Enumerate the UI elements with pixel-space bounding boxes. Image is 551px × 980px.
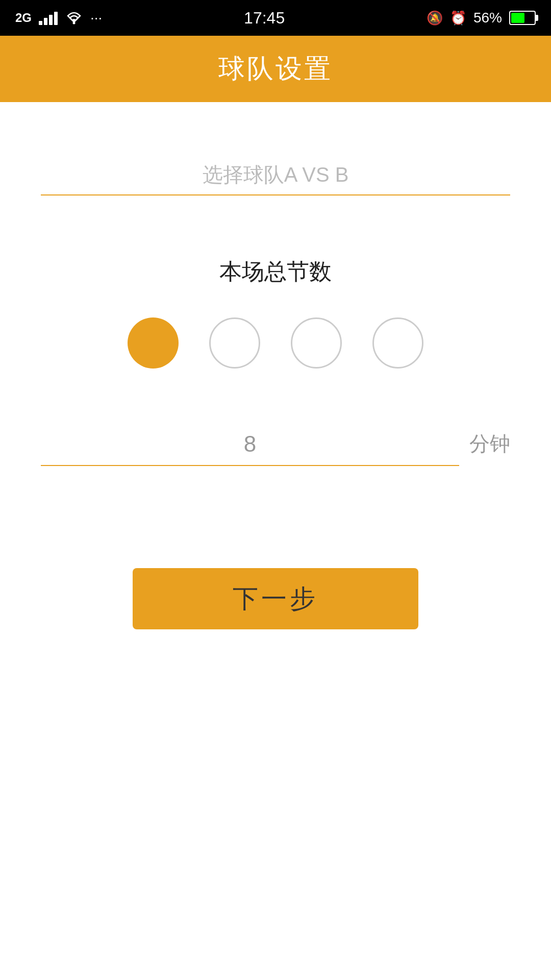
minutes-input[interactable] — [41, 431, 459, 466]
minutes-section: 分钟 — [41, 430, 510, 466]
page-title: 球队设置 — [218, 51, 333, 87]
svg-point-0 — [73, 22, 76, 24]
alarm-icon: 🔕 — [427, 10, 443, 26]
battery-icon — [509, 11, 536, 25]
team-select-wrapper — [41, 163, 510, 195]
network-type: 2G — [15, 11, 32, 25]
status-bar-time: 17:45 — [244, 9, 285, 28]
signal-icon — [39, 11, 58, 25]
quarters-section: 本场总节数 — [41, 257, 510, 369]
radio-option-2[interactable] — [209, 317, 260, 369]
dots-icon: ··· — [90, 10, 102, 26]
minutes-unit-label: 分钟 — [469, 430, 510, 466]
app-header: 球队设置 — [0, 36, 551, 102]
minutes-input-wrapper — [41, 431, 459, 466]
quarters-title: 本场总节数 — [41, 257, 510, 287]
clock-icon: ⏰ — [450, 10, 466, 26]
next-button[interactable]: 下一步 — [133, 568, 418, 629]
main-content: 本场总节数 分钟 下一步 — [0, 102, 551, 629]
status-bar-right: 🔕 ⏰ 56% — [427, 10, 536, 26]
status-bar: 2G ··· 17:45 🔕 ⏰ 56% — [0, 0, 551, 36]
wifi-icon — [65, 11, 83, 25]
battery-fill — [511, 13, 524, 23]
status-bar-left: 2G ··· — [15, 10, 102, 26]
quarters-radio-group — [41, 317, 510, 369]
radio-option-1[interactable] — [128, 317, 179, 369]
next-button-wrapper: 下一步 — [41, 568, 510, 629]
radio-option-4[interactable] — [372, 317, 423, 369]
team-select-input[interactable] — [41, 163, 510, 195]
radio-option-3[interactable] — [291, 317, 342, 369]
battery-percent: 56% — [473, 10, 502, 26]
team-select-section — [41, 102, 510, 195]
